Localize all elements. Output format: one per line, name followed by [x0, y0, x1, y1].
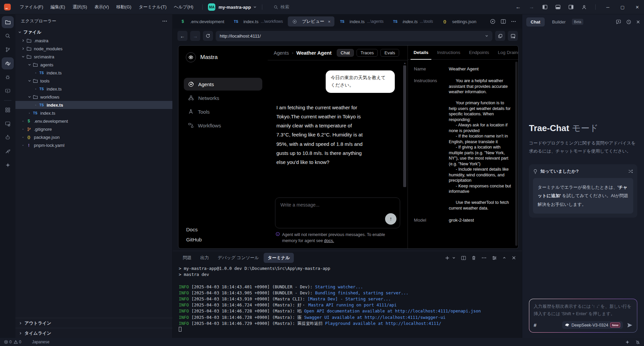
- explorer-icon[interactable]: [2, 16, 14, 28]
- tree-item[interactable]: {}package.json: [15, 133, 172, 141]
- chevron-down-icon[interactable]: [485, 34, 488, 38]
- terminal-dropdown-icon[interactable]: [452, 256, 455, 260]
- panel-tab[interactable]: デバッグ コンソール: [214, 253, 263, 263]
- menu-item[interactable]: 移動(G): [113, 4, 135, 10]
- tree-item[interactable]: src\mastra: [15, 53, 172, 61]
- debug-icon[interactable]: [2, 71, 14, 83]
- tree-item[interactable]: node_modules: [15, 45, 172, 53]
- model-selector[interactable]: DeepSeek-V3-0324 New: [562, 321, 623, 329]
- close-icon[interactable]: ×: [328, 19, 331, 24]
- tree-item[interactable]: tools: [15, 77, 172, 85]
- sparkle-ai-icon[interactable]: [2, 159, 14, 171]
- outline-section[interactable]: アウトライン: [15, 318, 172, 328]
- kangaroo-plugin-icon[interactable]: [2, 145, 14, 157]
- history-icon[interactable]: [626, 19, 631, 24]
- split-terminal-icon[interactable]: [461, 256, 466, 260]
- menu-item[interactable]: ファイル(F): [16, 4, 47, 10]
- editor-tab[interactable]: {}settings.json: [438, 16, 480, 26]
- editor-tab[interactable]: TSindex.ts...\agents: [335, 16, 387, 26]
- timeline-section[interactable]: タイムライン: [15, 328, 172, 338]
- tree-item[interactable]: TSindex.ts: [15, 69, 172, 77]
- context-hash-button[interactable]: #: [534, 322, 536, 328]
- panel-tab[interactable]: ターミナル: [264, 253, 294, 263]
- details-tab-details[interactable]: Details: [409, 46, 433, 59]
- agent-tab-chat[interactable]: Chat: [337, 49, 354, 57]
- details-tab-log-drains[interactable]: Log Drains: [493, 46, 518, 59]
- errors-indicator[interactable]: 0: [4, 340, 12, 344]
- ai-sparkle-icon[interactable]: [625, 340, 630, 344]
- menu-item[interactable]: ヘルプ(H): [170, 4, 197, 10]
- keyboard-language[interactable]: Japanese: [32, 340, 49, 344]
- toggle-sidebar-right-icon[interactable]: [569, 5, 574, 9]
- new-terminal-icon[interactable]: [445, 256, 449, 260]
- tree-item[interactable]: $.env.development: [15, 117, 172, 125]
- kill-terminal-icon[interactable]: [472, 255, 476, 260]
- shuffle-icon[interactable]: [628, 169, 633, 173]
- remote-explorer-icon[interactable]: [2, 118, 14, 130]
- window-restore-button[interactable]: ▢: [619, 5, 626, 10]
- docs-link[interactable]: Docs: [186, 227, 260, 232]
- split-editor-icon[interactable]: [501, 19, 506, 24]
- close-icon[interactable]: [636, 19, 640, 24]
- details-tab-endpoints[interactable]: Endpoints: [465, 46, 493, 59]
- menu-item[interactable]: ターミナル(T): [135, 4, 170, 10]
- tab-builder[interactable]: Builder: [548, 17, 570, 26]
- account-icon[interactable]: [582, 5, 587, 10]
- docs-inline-link[interactable]: docs.: [324, 238, 334, 243]
- panel-tab[interactable]: 問題: [179, 253, 196, 263]
- filter-sliders-icon[interactable]: [492, 256, 497, 260]
- mastra-nav-networks[interactable]: Networks: [184, 92, 262, 104]
- editor-tab[interactable]: TSindex.ts...\workflows: [229, 16, 287, 26]
- mastra-nav-tools[interactable]: Tools: [184, 105, 262, 118]
- menu-item[interactable]: 選択(S): [69, 4, 91, 10]
- window-close-button[interactable]: ✕: [634, 5, 641, 10]
- more-actions-icon[interactable]: [482, 257, 486, 258]
- history-forward-icon[interactable]: →: [529, 4, 534, 10]
- agent-tab-traces[interactable]: Traces: [357, 49, 378, 57]
- chat-scrollbar[interactable]: ▲: [403, 62, 407, 194]
- editor-tab[interactable]: プレビュー×: [288, 16, 335, 26]
- global-search[interactable]: 検索: [274, 4, 289, 10]
- chat-input[interactable]: Write a message... ↑: [275, 197, 400, 228]
- editor-tab[interactable]: TSindex.ts...\tools: [388, 16, 437, 26]
- warnings-indicator[interactable]: 0: [14, 340, 21, 344]
- details-tab-instructions[interactable]: Instructions: [433, 46, 465, 59]
- new-chat-icon[interactable]: [616, 19, 621, 24]
- scroll-up-arrow-icon[interactable]: ▲: [403, 62, 407, 65]
- tree-item[interactable]: !pnpm-lock.yaml: [15, 141, 172, 149]
- bot-icon[interactable]: [2, 131, 14, 143]
- github-link[interactable]: GitHub: [186, 237, 260, 242]
- maximize-panel-icon[interactable]: [502, 256, 506, 260]
- menu-item[interactable]: 表示(V): [91, 4, 113, 10]
- tree-item[interactable]: agents: [15, 61, 172, 69]
- source-control-icon[interactable]: [2, 44, 14, 56]
- mastra-nav-agents[interactable]: Agents: [184, 78, 262, 91]
- tree-item[interactable]: .gitignore: [15, 125, 172, 133]
- compass-preview-icon[interactable]: [490, 19, 495, 24]
- chat-input-box[interactable]: 入力履歴を順次表示するには '↑ ↓' を、新しい行を挿入するには 'Shift…: [529, 299, 637, 333]
- project-title[interactable]: my-mastra-app: [218, 5, 251, 10]
- editor-tab[interactable]: $.env.development: [176, 16, 228, 26]
- browser-refresh-icon[interactable]: [203, 31, 213, 41]
- trae-ai-icon[interactable]: [2, 57, 14, 69]
- tab-chat[interactable]: Chat: [526, 17, 545, 26]
- tree-item[interactable]: TSindex.ts: [15, 109, 172, 117]
- history-back-icon[interactable]: ←: [516, 4, 521, 10]
- copy-page-icon[interactable]: [495, 31, 505, 41]
- details-scrollbar[interactable]: [515, 62, 518, 246]
- open-in-browser-icon[interactable]: [508, 31, 518, 41]
- extensions-icon[interactable]: [2, 104, 14, 116]
- search-icon[interactable]: [2, 30, 14, 42]
- send-message-button[interactable]: ↑: [385, 213, 396, 225]
- send-icon[interactable]: [627, 323, 633, 328]
- window-minimize-button[interactable]: ─: [604, 5, 611, 10]
- tree-item[interactable]: workflows: [15, 93, 172, 101]
- agent-tab-evals[interactable]: Evals: [380, 49, 399, 57]
- terminal-output[interactable]: > my-mastra-app@1.0.0 dev D:\Documents\S…: [179, 265, 520, 338]
- tree-item[interactable]: TSindex.ts: [15, 101, 172, 109]
- more-actions-icon[interactable]: [511, 19, 516, 24]
- breadcrumb-agents[interactable]: Agents: [274, 50, 289, 56]
- close-panel-icon[interactable]: [512, 256, 516, 260]
- files-section-header[interactable]: ファイル: [15, 28, 172, 37]
- address-bar[interactable]: http://localhost:4111/: [216, 31, 492, 41]
